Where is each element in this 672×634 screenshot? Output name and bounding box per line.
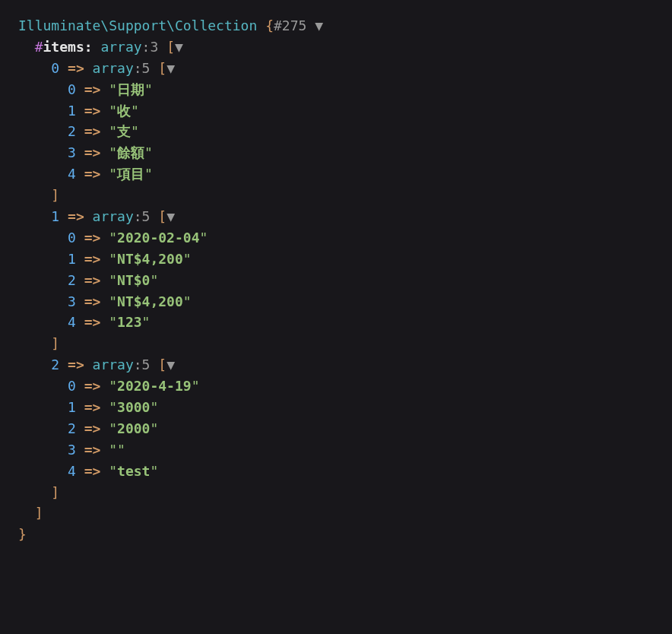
class-name: Illuminate\Support\Collection: [18, 17, 257, 33]
array-index: 2: [51, 357, 59, 372]
object-id: #275: [274, 17, 306, 33]
close-brace: }: [18, 524, 654, 545]
class-header: Illuminate\Support\Collection {#275 ▼: [18, 15, 654, 36]
array-item: 1 => "NT$4,200": [18, 249, 654, 270]
array-item: 3 => "": [18, 439, 654, 461]
close-bracket: ]: [18, 333, 654, 354]
array-item: 0 => "2020-4-19": [18, 376, 654, 397]
array-item: 0 => "2020-02-04": [18, 227, 654, 249]
chevron-down-icon[interactable]: ▼: [166, 357, 175, 372]
dump-output: Illuminate\Support\Collection {#275 ▼ #i…: [18, 15, 654, 545]
chevron-down-icon[interactable]: ▼: [166, 60, 175, 76]
array-item: 0 => "日期": [18, 79, 654, 100]
visibility-marker: #: [35, 39, 43, 55]
array-item: 1 => "3000": [18, 397, 654, 418]
array-item: 4 => "項目": [18, 163, 654, 185]
array-index: 0: [51, 60, 59, 76]
close-bracket: ]: [18, 502, 654, 524]
array-item: 2 => "支": [18, 121, 654, 142]
array-item: 4 => "test": [18, 461, 654, 482]
array-item: 2 => "NT$0": [18, 270, 654, 291]
close-bracket: ]: [18, 185, 654, 206]
items-property: #items: array:3 [▼: [18, 36, 654, 58]
chevron-down-icon[interactable]: ▼: [166, 208, 175, 224]
array-count: 3: [150, 39, 158, 55]
array-row-header: 1 => array:5 [▼: [18, 206, 654, 227]
array-item: 3 => "NT$4,200": [18, 291, 654, 312]
array-item: 1 => "收": [18, 100, 654, 122]
array-item: 4 => "123": [18, 312, 654, 333]
array-item: 2 => "2000": [18, 418, 654, 439]
array-index: 1: [51, 208, 59, 224]
array-row-header: 2 => array:5 [▼: [18, 354, 654, 376]
type-label: array: [100, 39, 141, 55]
array-item: 3 => "餘額": [18, 142, 654, 163]
array-row-header: 0 => array:5 [▼: [18, 58, 654, 79]
property-name: items: [43, 39, 84, 55]
close-bracket: ]: [18, 482, 654, 503]
open-brace: {: [265, 17, 274, 33]
chevron-down-icon[interactable]: ▼: [315, 17, 323, 33]
chevron-down-icon[interactable]: ▼: [175, 39, 183, 55]
open-bracket: [: [166, 39, 175, 55]
